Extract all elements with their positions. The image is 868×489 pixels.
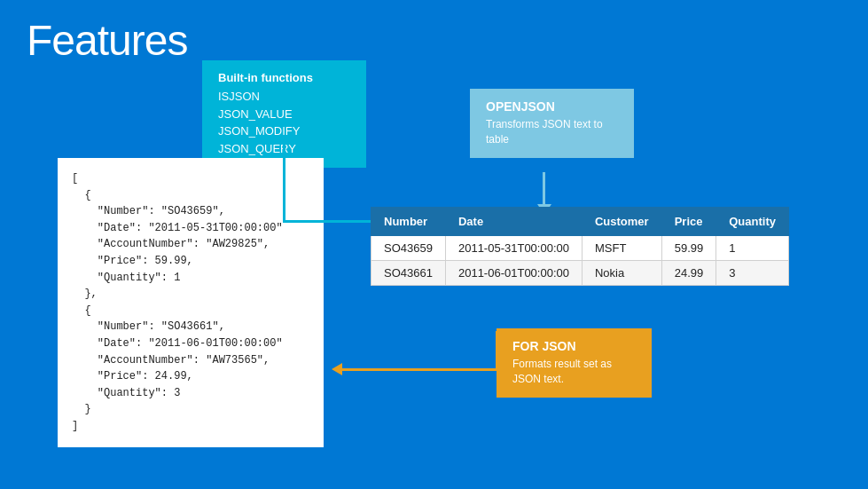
col-header-quantity: Quantity <box>716 208 789 236</box>
json-line: "AccountNumber": "AW29825", <box>72 236 309 253</box>
data-table: Number Date Customer Price Quantity SO43… <box>371 207 789 286</box>
connector-h1 <box>283 220 373 223</box>
json-line: { <box>72 187 309 204</box>
json-line: "Quantity": 1 <box>72 270 309 287</box>
cell-price: 59.99 <box>661 236 716 261</box>
builtin-title: Built-in functions <box>218 71 350 84</box>
json-line: "Number": "SO43659", <box>72 203 309 220</box>
cell-date: 2011-06-01T00:00:00 <box>445 261 582 286</box>
col-header-price: Price <box>661 208 716 236</box>
forjson-title: FOR JSON <box>512 339 636 353</box>
json-line: { <box>72 303 309 319</box>
openjson-title: OPENJSON <box>486 99 618 114</box>
cell-date: 2011-05-31T00:00:00 <box>445 236 582 261</box>
cell-number: SO43659 <box>371 236 446 261</box>
json-line: "AccountNumber": "AW73565", <box>72 352 309 369</box>
json-line: "Price": 59.99, <box>72 253 309 270</box>
col-header-date: Date <box>445 208 582 236</box>
page-title: Features <box>27 16 187 65</box>
cell-price: 24.99 <box>661 261 716 286</box>
forjson-arrowhead <box>332 363 342 375</box>
cell-customer: Nokia <box>582 261 661 286</box>
openjson-box: OPENJSON Transforms JSON text to table <box>470 89 634 158</box>
cell-customer: MSFT <box>582 236 661 261</box>
forjson-connector-h <box>340 368 497 371</box>
cell-quantity: 3 <box>716 261 789 286</box>
json-line: "Number": "SO43661", <box>72 319 309 335</box>
forjson-desc: Formats result set as JSON text. <box>512 357 636 387</box>
openjson-desc: Transforms JSON text to table <box>486 117 618 147</box>
connector-v1 <box>283 135 285 222</box>
json-line: "Date": "2011-05-31T00:00:00" <box>72 220 309 237</box>
json-line: "Date": "2011-06-01T00:00:00" <box>72 335 309 352</box>
json-line: "Quantity": 3 <box>72 385 309 402</box>
json-line: ] <box>72 418 309 435</box>
forjson-box: FOR JSON Formats result set as JSON text… <box>497 328 652 398</box>
forjson-connector-v <box>496 331 498 371</box>
builtin-item-isjson: ISJSON <box>218 88 350 106</box>
json-line: [ <box>72 170 309 187</box>
json-line: "Price": 24.99, <box>72 368 309 385</box>
cell-number: SO43661 <box>371 261 446 286</box>
col-header-number: Number <box>371 208 446 236</box>
builtin-item-jsonvalue: JSON_VALUE <box>218 106 350 123</box>
table-row: SO43659 2011-05-31T00:00:00 MSFT 59.99 1 <box>371 236 789 261</box>
col-header-customer: Customer <box>582 208 661 236</box>
json-line: }, <box>72 286 309 303</box>
json-line: } <box>72 401 309 418</box>
table-row: SO43661 2011-06-01T00:00:00 Nokia 24.99 … <box>371 261 789 286</box>
cell-quantity: 1 <box>716 236 789 261</box>
